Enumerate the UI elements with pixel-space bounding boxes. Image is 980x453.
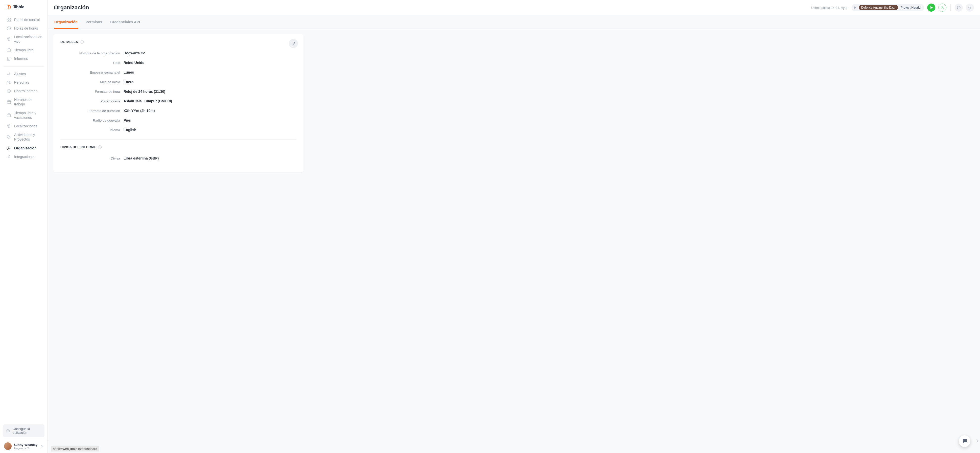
dashboard-icon: [6, 18, 11, 22]
sidebar-item-label: Integraciones: [14, 155, 43, 159]
info-icon[interactable]: i: [98, 145, 102, 149]
edit-button[interactable]: [289, 39, 298, 48]
briefcase-icon: [6, 113, 11, 118]
svg-rect-1: [7, 18, 8, 19]
people-icon: [6, 80, 11, 85]
sidebar-item-label: Localizaciones: [14, 124, 43, 128]
svg-rect-3: [7, 20, 8, 21]
plug-icon: [6, 155, 11, 159]
detail-label: Mes de inicio: [60, 80, 124, 84]
sidebar-item-settings[interactable]: Ajustes: [0, 70, 48, 78]
sidebar: Jibble Panel de control Hojas de horas L…: [0, 0, 48, 453]
sliders-icon: [6, 72, 11, 76]
tab-api-credentials[interactable]: Credenciales API: [110, 16, 140, 29]
svg-rect-7: [7, 49, 11, 52]
sidebar-item-work-schedules[interactable]: Horarios de trabajo: [0, 95, 48, 108]
pencil-icon: [291, 41, 296, 46]
download-icon: [6, 429, 10, 433]
svg-point-18: [8, 147, 10, 148]
sidebar-item-time-control[interactable]: Control horario: [0, 87, 48, 95]
profile-button[interactable]: [938, 3, 947, 12]
detail-label: Zona horaria: [60, 99, 124, 103]
help-button[interactable]: [955, 3, 963, 12]
detail-value: Enero: [124, 80, 134, 84]
detail-value: Libra esterlina (GBP): [124, 156, 159, 160]
activity-selector[interactable]: Defence Against the Da... Project Hagrid: [852, 4, 924, 11]
svg-point-17: [8, 136, 8, 137]
tab-organization[interactable]: Organización: [54, 16, 78, 29]
detail-value: Reloj de 24 horas (21:30): [124, 89, 165, 94]
nav-group-main: Panel de control Hojas de horas Localiza…: [0, 13, 48, 65]
sidebar-item-label: Tiempo libre: [14, 48, 43, 52]
svg-point-10: [8, 74, 9, 75]
collapse-toggle[interactable]: [976, 438, 979, 444]
details-heading: DETALLES: [60, 40, 78, 44]
sidebar-item-label: Organización: [14, 146, 43, 150]
play-icon: [854, 6, 856, 9]
status-bar-url: https://web.jibble.io/dashboard: [51, 446, 99, 451]
sidebar-item-integrations[interactable]: Integraciones: [0, 152, 48, 161]
tab-permissions[interactable]: Permisos: [85, 16, 103, 29]
detail-label: Empezar semana el: [60, 70, 124, 74]
detail-row: Nombre de la organizaciónHogwarts Co: [60, 48, 296, 58]
detail-row: Formato de horaReloj de 24 horas (21:30): [60, 87, 296, 96]
intercom-launcher[interactable]: [959, 435, 970, 447]
detail-row: Formato de duraciónXXh YYm (2h 10m): [60, 106, 296, 115]
detail-label: Divisa: [60, 156, 124, 160]
detail-label: Formato de duración: [60, 109, 124, 113]
last-clockout: Última salida 14:01, Ayer: [811, 6, 848, 10]
user-meta: Ginny Weasley Hogwarts Co: [14, 443, 38, 450]
sidebar-item-people[interactable]: Personas: [0, 78, 48, 87]
detail-label: Idioma: [60, 128, 124, 132]
divider: [60, 139, 296, 140]
activity-chip: Defence Against the Da...: [859, 5, 898, 10]
user-menu[interactable]: Ginny Weasley Hogwarts Co: [0, 439, 48, 453]
details-heading-row: DETALLES i: [60, 40, 296, 44]
sidebar-item-label: Personas: [14, 80, 43, 85]
sidebar-item-label: Hojas de horas: [14, 26, 43, 30]
sidebar-item-activities-projects[interactable]: Actividades y Proyectos: [0, 131, 48, 144]
clock-in-button[interactable]: [927, 3, 935, 12]
get-app-label: Consigue la aplicación: [13, 427, 41, 435]
briefcase-icon: [6, 48, 11, 52]
nav-group-settings: Ajustes Personas Control horario Horario…: [0, 67, 48, 163]
apps-button[interactable]: [966, 3, 974, 12]
sidebar-item-locations[interactable]: Localizaciones: [0, 122, 48, 131]
sidebar-item-label: Tiempo libre y vacaciones: [14, 111, 43, 120]
divider: [950, 4, 951, 11]
sidebar-item-dashboard[interactable]: Panel de control: [0, 16, 48, 24]
detail-row: IdiomaEnglish: [60, 125, 296, 135]
svg-point-20: [942, 6, 943, 8]
pin-icon: [6, 124, 11, 128]
topbar: Organización Última salida 14:01, Ayer D…: [48, 0, 980, 16]
sidebar-item-label: Informes: [14, 56, 43, 61]
tabs: Organización Permisos Credenciales API: [48, 16, 980, 29]
detail-value: Asia/Kuala_Lumpur (GMT+8): [124, 99, 172, 103]
tag-icon: [6, 135, 11, 139]
sidebar-item-timeoff-vacations[interactable]: Tiempo libre y vacaciones: [0, 109, 48, 122]
currency-heading-row: DIVISA DEL INFORME i: [60, 145, 296, 149]
detail-label: Formato de hora: [60, 90, 124, 94]
svg-point-12: [10, 81, 10, 82]
detail-value: Hogwarts Co: [124, 51, 145, 55]
detail-row: Mes de inicioEnero: [60, 77, 296, 87]
sidebar-item-organization[interactable]: Organización: [0, 144, 48, 152]
sidebar-item-reports[interactable]: Informes: [0, 54, 48, 63]
sidebar-item-timesheets[interactable]: Hojas de horas: [0, 24, 48, 33]
sidebar-item-timeoff[interactable]: Tiempo libre: [0, 46, 48, 54]
chat-icon: [962, 438, 967, 444]
sidebar-item-live-locations[interactable]: Localizaciones en vivo: [0, 33, 48, 46]
info-icon[interactable]: i: [80, 40, 84, 44]
chevron-right-icon: [976, 438, 979, 443]
clock-icon: [6, 26, 11, 30]
get-app-button[interactable]: Consigue la aplicación: [3, 424, 45, 437]
schedule-icon: [6, 100, 11, 104]
detail-value: English: [124, 128, 137, 132]
sidebar-item-label: Ajustes: [14, 72, 43, 76]
pin-icon: [6, 37, 11, 41]
svg-rect-15: [7, 114, 11, 117]
project-chip: Project Hagrid: [900, 6, 921, 10]
page-title: Organización: [54, 4, 89, 11]
brand-logo[interactable]: Jibble: [0, 0, 48, 13]
detail-row: Zona horariaAsia/Kuala_Lumpur (GMT+8): [60, 96, 296, 106]
